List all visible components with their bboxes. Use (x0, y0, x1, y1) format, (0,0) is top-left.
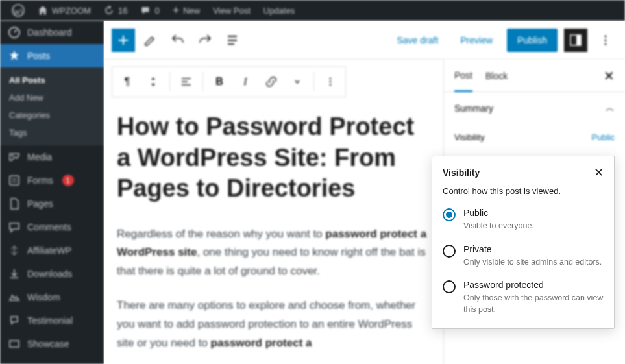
svg-rect-4 (10, 341, 19, 347)
site-name: WPZOOM (52, 6, 91, 16)
visibility-popover: Visibility ✕ Control how this post is vi… (432, 156, 615, 329)
summary-section-toggle[interactable]: Summary ︿ (444, 92, 625, 125)
svg-point-12 (330, 84, 332, 86)
admin-sidebar: Dashboard Posts All Posts Add New Catego… (0, 21, 104, 364)
redo-button[interactable] (193, 29, 217, 52)
italic-button[interactable]: I (233, 69, 258, 94)
sidebar-forms[interactable]: Forms1 (0, 169, 104, 192)
svg-point-11 (330, 81, 332, 83)
updates-link[interactable]: Updates (257, 0, 301, 21)
sidebar-dashboard[interactable]: Dashboard (0, 21, 104, 44)
document-overview-button[interactable] (221, 29, 244, 52)
visibility-option-public[interactable]: Public Visible to everyone. (443, 208, 604, 232)
more-options-button[interactable] (594, 29, 617, 52)
visibility-popover-title: Visibility (443, 167, 480, 178)
link-button[interactable] (259, 69, 284, 94)
svg-point-7 (605, 35, 607, 37)
bold-button[interactable]: B (207, 69, 232, 94)
radio-private[interactable] (443, 245, 456, 258)
visibility-option-private[interactable]: Private Only visible to site admins and … (443, 244, 604, 269)
comments-link[interactable]: 0 (134, 0, 165, 21)
sidebar-comments[interactable]: Comments (0, 215, 104, 239)
sidebar-affiliatewp[interactable]: AffiliateWP (0, 239, 104, 262)
forms-badge: 1 (62, 175, 74, 186)
sidebar-pages[interactable]: Pages (0, 192, 104, 215)
post-title[interactable]: How to Password Protect a WordPress Site… (117, 112, 430, 204)
add-block-button[interactable] (112, 29, 135, 52)
svg-rect-3 (10, 176, 19, 185)
admin-bar: WPZOOM 16 0 +New View Post Updates (0, 0, 625, 21)
chevron-up-icon: ︿ (606, 103, 615, 114)
paragraph-2[interactable]: There are many options to explore and ch… (117, 297, 430, 353)
submenu-all-posts[interactable]: All Posts (0, 71, 104, 89)
visibility-close-button[interactable]: ✕ (594, 167, 604, 178)
revisions-link[interactable]: 16 (97, 0, 134, 21)
submenu-categories[interactable]: Categories (0, 106, 104, 124)
sidebar-posts[interactable]: Posts (0, 44, 104, 67)
visibility-option-password[interactable]: Password protected Only those with the p… (443, 280, 604, 315)
svg-point-8 (605, 39, 607, 41)
editor-header: Save draft Preview Publish (104, 21, 625, 60)
tab-block[interactable]: Block (485, 60, 508, 91)
view-post-link[interactable]: View Post (206, 0, 257, 21)
svg-point-9 (605, 43, 607, 45)
block-more-button[interactable] (318, 69, 343, 94)
radio-password[interactable] (443, 280, 456, 293)
svg-rect-6 (576, 35, 581, 45)
submenu-add-new[interactable]: Add New (0, 89, 104, 106)
sidebar-wisdom[interactable]: Wisdom (0, 285, 104, 309)
radio-public[interactable] (443, 208, 456, 221)
posts-submenu: All Posts Add New Categories Tags (0, 67, 104, 145)
sidebar-showcase[interactable]: Showcase (0, 332, 104, 356)
post-content[interactable]: How to Password Protect a WordPress Site… (117, 105, 430, 364)
sidebar-downloads[interactable]: Downloads (0, 262, 104, 285)
more-formatting-button[interactable] (285, 69, 310, 94)
site-link[interactable]: WPZOOM (31, 0, 97, 21)
visibility-description: Control how this post is viewed. (443, 186, 604, 196)
preview-button[interactable]: Preview (452, 30, 500, 51)
new-link[interactable]: +New (166, 0, 207, 21)
tab-post[interactable]: Post (454, 60, 472, 92)
move-updown-button[interactable] (141, 69, 165, 94)
block-toolbar: ¶ B I (112, 66, 346, 97)
paragraph-block-icon[interactable]: ¶ (115, 69, 140, 94)
svg-point-10 (330, 78, 332, 80)
panel-close-button[interactable]: ✕ (604, 68, 615, 84)
save-draft-button[interactable]: Save draft (389, 30, 446, 51)
sidebar-media[interactable]: Media (0, 145, 104, 169)
visibility-row[interactable]: Visibility Public (444, 125, 625, 150)
submenu-tags[interactable]: Tags (0, 124, 104, 141)
align-button[interactable] (174, 69, 199, 94)
paragraph-1[interactable]: Regardless of the reason why you want to… (117, 225, 430, 282)
publish-button[interactable]: Publish (507, 29, 558, 52)
sidebar-testimonial[interactable]: Testimonial (0, 309, 104, 332)
svg-point-2 (12, 155, 14, 157)
edit-mode-button[interactable] (139, 29, 162, 52)
settings-toggle-button[interactable] (564, 29, 587, 52)
wp-logo[interactable] (5, 0, 31, 21)
visibility-value-link[interactable]: Public (592, 132, 615, 142)
undo-button[interactable] (166, 29, 190, 52)
